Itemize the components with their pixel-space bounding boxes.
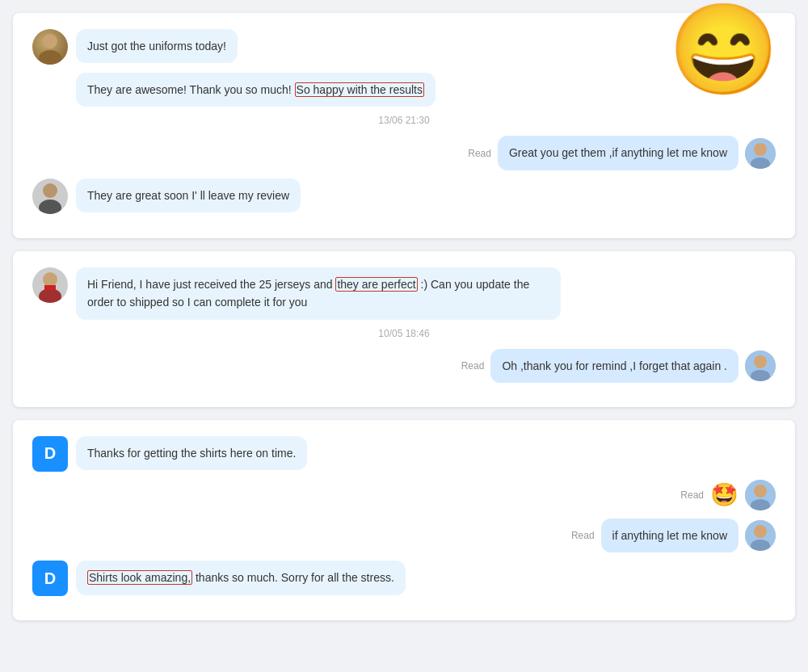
conversation-card-1: 😄 Just got the uniforms today! They are …: [13, 13, 795, 238]
message-text: Thanks for getting the shirts here on ti…: [87, 447, 296, 460]
highlighted-text: So happy with the results: [295, 82, 424, 97]
timestamp: 10/05 18:46: [32, 328, 776, 339]
svg-point-1: [39, 50, 61, 65]
message-text: They are awesome! Thank you so much! So …: [87, 82, 424, 97]
right-message-row: Read Great you get them ,if anything let…: [32, 136, 776, 170]
avatar-small: [745, 520, 776, 551]
avatar-letter: D: [32, 436, 68, 472]
read-label: Read: [571, 530, 595, 541]
svg-point-14: [754, 485, 767, 498]
message-bubble: Great you get them ,if anything let me k…: [498, 136, 739, 170]
avatar-letter: D: [32, 561, 68, 596]
timestamp: 13/06 21:30: [32, 115, 776, 126]
message-text: Oh ,thank you for remind ,I forget that …: [502, 359, 727, 372]
message-row: Hi Friend, I have just received the 25 j…: [32, 267, 776, 320]
conversation-card-2: Hi Friend, I have just received the 25 j…: [13, 251, 795, 407]
highlighted-text: they are perfect: [335, 277, 417, 292]
message-bubble: Hi Friend, I have just received the 25 j…: [76, 267, 561, 320]
svg-point-17: [754, 525, 767, 538]
svg-point-6: [39, 200, 61, 214]
avatar: [32, 178, 68, 214]
message-bubble: They are awesome! Thank you so much! So …: [76, 73, 436, 107]
message-bubble: if anything let me know: [601, 519, 739, 552]
svg-point-5: [43, 183, 57, 198]
message-text: Just got the uniforms today!: [87, 40, 226, 52]
read-label: Read: [468, 148, 491, 159]
right-message-row: Read Oh ,thank you for remind ,I forget …: [32, 349, 776, 383]
highlighted-text: Shirts look amazing,: [87, 570, 192, 585]
svg-point-3: [754, 143, 767, 156]
avatar-small: [745, 351, 776, 381]
avatar-small: [745, 138, 776, 169]
message-row: They are great soon I' ll leave my revie…: [32, 178, 776, 214]
read-label: Read: [680, 489, 704, 501]
svg-point-11: [754, 355, 767, 368]
emoji-icon: 🤩: [710, 484, 739, 506]
message-bubble: They are great soon I' ll leave my revie…: [76, 178, 301, 212]
avatar-small: [745, 480, 776, 510]
message-row: Just got the uniforms today!: [32, 29, 776, 65]
avatar: [32, 267, 68, 303]
message-bubble: Thanks for getting the shirts here on ti…: [76, 436, 307, 470]
message-text: if anything let me know: [612, 529, 727, 542]
message-row: They are awesome! Thank you so much! So …: [76, 73, 776, 107]
message-bubble: Shirts look amazing, thanks so much. Sor…: [76, 561, 406, 594]
message-text: Shirts look amazing, thanks so much. Sor…: [87, 570, 394, 585]
message-row: D Shirts look amazing, thanks so much. S…: [32, 561, 776, 596]
message-text: Hi Friend, I have just received the 25 j…: [87, 277, 529, 309]
svg-point-8: [39, 288, 61, 303]
svg-point-7: [43, 272, 57, 287]
avatar: [32, 29, 68, 65]
conversation-card-3: D Thanks for getting the shirts here on …: [13, 420, 795, 620]
message-text: Great you get them ,if anything let me k…: [509, 146, 727, 159]
message-bubble: Just got the uniforms today!: [76, 29, 238, 63]
message-text: They are great soon I' ll leave my revie…: [87, 189, 289, 202]
right-message-row: Read if anything let me know: [32, 519, 776, 552]
read-label: Read: [461, 360, 485, 372]
right-emoji-row: Read 🤩: [32, 480, 776, 510]
svg-point-0: [43, 34, 57, 48]
svg-rect-9: [44, 285, 56, 290]
message-row: D Thanks for getting the shirts here on …: [32, 436, 776, 472]
message-bubble: Oh ,thank you for remind ,I forget that …: [490, 349, 739, 383]
